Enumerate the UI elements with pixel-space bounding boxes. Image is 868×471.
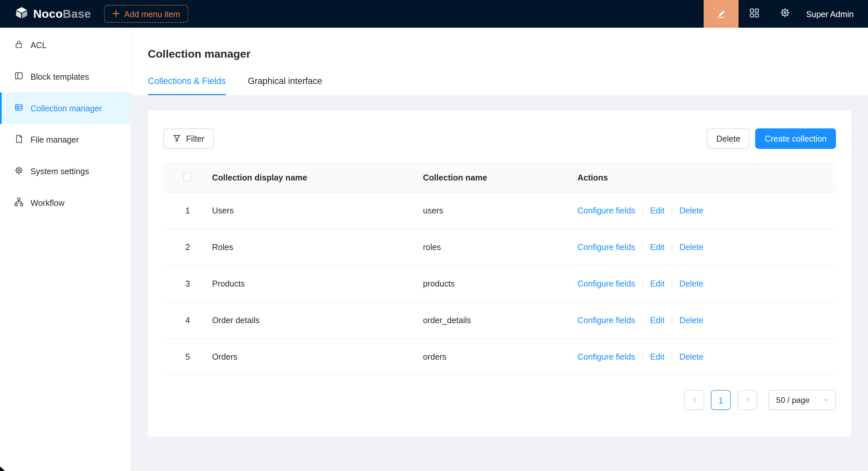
cursor-artifact [0, 466, 5, 471]
action-divider [642, 279, 643, 288]
prev-page-button[interactable] [684, 390, 704, 410]
row-index: 3 [163, 279, 212, 289]
cell-actions: Configure fieldsEditDelete [577, 352, 836, 361]
cell-display-name: Products [212, 279, 423, 289]
cell-collection-name: order_details [423, 315, 578, 325]
delete-link[interactable]: Delete [680, 352, 704, 361]
edit-link[interactable]: Edit [650, 279, 664, 289]
delete-link[interactable]: Delete [680, 206, 704, 215]
column-header-display-name: Collection display name [212, 162, 423, 192]
cell-collection-name: roles [423, 242, 578, 252]
delete-link[interactable]: Delete [680, 315, 704, 325]
apps-grid-icon [749, 8, 759, 20]
content-area: Filter Delete Create collection Collecti… [131, 96, 868, 471]
edit-link[interactable]: Edit [650, 242, 664, 252]
configure-fields-link[interactable]: Configure fields [577, 315, 635, 325]
tab-collections-fields[interactable]: Collections & Fields [148, 76, 226, 95]
chevron-right-icon [744, 395, 750, 405]
table-header-row: Collection display name Collection name … [163, 162, 836, 192]
sidebar-item-label: Workflow [30, 198, 64, 207]
table-icon [14, 103, 23, 113]
edit-link[interactable]: Edit [650, 352, 664, 361]
action-divider [672, 279, 672, 288]
cell-actions: Configure fieldsEditDelete [577, 279, 836, 289]
cell-actions: Configure fieldsEditDelete [577, 206, 836, 215]
table-row: 2 Roles roles Configure fieldsEditDelete [163, 229, 836, 266]
sidebar-item-label: File manager [30, 135, 79, 144]
chevron-left-icon [691, 395, 697, 405]
sidebar-item-label: Collection manager [30, 103, 102, 113]
row-index: 1 [163, 206, 212, 215]
filter-button[interactable]: Filter [163, 129, 214, 149]
cell-collection-name: orders [423, 352, 578, 361]
tab-graphical-interface[interactable]: Graphical interface [248, 76, 322, 95]
table-row: 1 Users users Configure fieldsEditDelete [163, 193, 836, 229]
configure-fields-link[interactable]: Configure fields [577, 279, 635, 289]
sidebar-item-label: System settings [30, 167, 89, 176]
action-divider [672, 206, 672, 215]
select-all-checkbox[interactable] [183, 173, 192, 181]
sidebar-item-label: Block templates [30, 72, 89, 81]
row-index: 5 [163, 352, 212, 361]
action-divider [642, 206, 643, 215]
delete-button[interactable]: Delete [707, 129, 750, 149]
card-toolbar: Filter Delete Create collection [163, 129, 836, 149]
sidebar-item-label: ACL [30, 40, 46, 50]
current-user-menu[interactable]: Super Admin [801, 9, 868, 19]
header-right-cluster: Super Admin [704, 0, 868, 28]
column-header-collection-name: Collection name [423, 162, 578, 192]
configure-fields-link[interactable]: Configure fields [577, 352, 635, 361]
action-divider [672, 243, 672, 251]
cube-logo-icon [14, 6, 29, 22]
cell-display-name: Roles [212, 242, 423, 252]
sidebar-item-file-manager[interactable]: File manager [0, 124, 130, 156]
create-collection-button[interactable]: Create collection [755, 129, 836, 149]
column-header-actions: Actions [577, 162, 836, 192]
settings-sidebar: ACL Block templates Collection manager [0, 28, 131, 471]
configure-fields-link[interactable]: Configure fields [577, 242, 635, 252]
cell-actions: Configure fieldsEditDelete [577, 242, 836, 252]
lock-icon [14, 40, 23, 51]
nocobase-logo[interactable]: NocoBase [0, 6, 102, 22]
action-divider [642, 316, 643, 324]
page-size-select[interactable]: 50 / page [769, 390, 836, 410]
ui-editor-button[interactable] [704, 0, 739, 28]
action-divider [672, 316, 672, 324]
cell-display-name: Order details [212, 315, 423, 325]
table-row: 4 Order details order_details Configure … [163, 302, 836, 339]
cell-display-name: Orders [212, 352, 423, 361]
action-divider [672, 352, 672, 361]
cell-display-name: Users [212, 206, 423, 215]
highlighter-icon [716, 8, 726, 21]
table-row: 3 Products products Configure fieldsEdit… [163, 266, 836, 302]
edit-link[interactable]: Edit [650, 206, 664, 215]
app-root: NocoBase Add menu item [0, 0, 868, 471]
page-number-1[interactable]: 1 [711, 390, 731, 410]
workflow-icon [14, 198, 23, 208]
sidebar-item-block-templates[interactable]: Block templates [0, 61, 130, 93]
action-divider [642, 243, 643, 251]
sidebar-item-workflow[interactable]: Workflow [0, 187, 130, 219]
sidebar-item-system-settings[interactable]: System settings [0, 156, 130, 187]
pagination: 1 50 / page [163, 390, 836, 410]
delete-link[interactable]: Delete [680, 242, 704, 252]
page-title: Collection manager [148, 46, 851, 61]
sidebar-item-acl[interactable]: ACL [0, 29, 130, 61]
row-index: 4 [163, 315, 212, 325]
edit-link[interactable]: Edit [650, 315, 664, 325]
page-header: Collection manager Collections & Fields … [131, 28, 868, 96]
plugins-button[interactable] [739, 0, 770, 28]
logo-text: NocoBase [33, 7, 91, 21]
cell-actions: Configure fieldsEditDelete [577, 315, 836, 325]
sidebar-item-collection-manager[interactable]: Collection manager [0, 93, 130, 124]
settings-button[interactable] [770, 0, 801, 28]
configure-fields-link[interactable]: Configure fields [577, 206, 635, 215]
next-page-button[interactable] [738, 390, 757, 410]
add-menu-item-button[interactable]: Add menu item [104, 5, 188, 23]
chevron-down-icon [823, 396, 829, 404]
layout-icon [14, 71, 23, 82]
tab-bar: Collections & Fields Graphical interface [148, 76, 851, 95]
filter-funnel-icon [173, 134, 181, 144]
delete-link[interactable]: Delete [680, 279, 704, 289]
file-icon [14, 134, 23, 145]
